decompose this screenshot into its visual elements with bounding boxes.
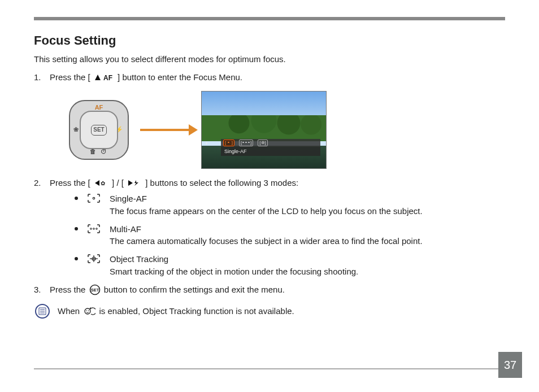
mode-list: Single-AF The focus frame appears on the… (50, 193, 505, 278)
step-3-text-pre: Press the (50, 285, 88, 294)
left-macro-icon: ✿ (94, 180, 108, 186)
single-af-icon (86, 193, 102, 217)
set-button-icon: SET (89, 284, 101, 295)
steps-list: 1. Press the [ AF ] button to enter the … (34, 71, 505, 296)
note-post: is enabled, Object Tracking function is … (99, 306, 294, 316)
figure-row: AF ❀ ⚡ 🗑 ⏱ SET + [ ∘ ] [∘∘∘] (69, 91, 505, 169)
face-timer-icon (83, 306, 95, 316)
step-1-number: 1. (34, 71, 41, 84)
step-3: 3. Press the SET button to confirm the s… (34, 284, 505, 296)
mode-multi-text: Multi-AF The camera automatically focuse… (110, 223, 423, 248)
step-1-text-post: ] button to enter the Focus Menu. (118, 72, 242, 82)
step-3-number: 3. (34, 284, 41, 296)
up-af-icon: AF (94, 73, 114, 81)
mode-multi-title: Multi-AF (110, 223, 423, 236)
bottom-divider (34, 368, 505, 369)
preview-option-tracking: [⊕] (258, 140, 267, 146)
page-number: 37 (498, 352, 522, 378)
bullet-icon (75, 257, 78, 260)
right-flash-icon (127, 180, 142, 186)
preview-trees (202, 115, 326, 141)
control-pad-illustration: AF ❀ ⚡ 🗑 ⏱ SET (69, 100, 129, 160)
svg-marker-0 (95, 75, 101, 80)
mode-single-desc: The focus frame appears on the center of… (110, 206, 423, 216)
note-text: When is enabled, Object Tracking functio… (58, 305, 294, 317)
step-2-text-pre: Press the [ (50, 178, 93, 188)
mode-object-tracking: Object Tracking Smart tracking of the ob… (75, 253, 505, 278)
step-3-text-post: button to confirm the settings and exit … (104, 285, 285, 294)
note: When is enabled, Object Tracking functio… (34, 303, 505, 320)
svg-marker-4 (128, 180, 133, 186)
preview-corner-icon: + (205, 140, 208, 147)
svg-point-5 (93, 197, 94, 199)
svg-point-19 (86, 310, 88, 311)
bullet-icon (75, 197, 78, 200)
mode-single-title: Single-AF (110, 193, 423, 205)
svg-marker-2 (95, 180, 99, 186)
lcd-preview: + [ ∘ ] [∘∘∘] [⊕] Single-AF (201, 91, 327, 169)
mode-tracking-title: Object Tracking (110, 253, 358, 265)
heading-focus-setting: Focus Setting (34, 32, 505, 50)
preview-mode-options: [ ∘ ] [∘∘∘] [⊕] (221, 139, 320, 147)
top-divider (34, 17, 505, 20)
mode-single-af: Single-AF The focus frame appears on the… (75, 193, 505, 217)
mode-tracking-desc: Smart tracking of the object in motion u… (110, 267, 358, 276)
svg-point-6 (90, 228, 92, 229)
control-pad-left-icon: ❀ (73, 125, 79, 134)
step-2-text-mid: ] / [ (112, 178, 126, 188)
mode-multi-desc: The camera automatically focuses the sub… (110, 236, 423, 246)
arrow-icon (140, 129, 190, 131)
svg-text:AF: AF (103, 74, 112, 81)
step-1: 1. Press the [ AF ] button to enter the … (34, 71, 505, 169)
step-1-text-pre: Press the [ (50, 72, 93, 82)
control-pad-set-label: SET (91, 125, 106, 136)
preview-option-single: [ ∘ ] (223, 140, 234, 146)
bullet-icon (75, 227, 78, 230)
svg-point-18 (85, 308, 90, 314)
manual-page: Focus Setting This setting allows you to… (0, 0, 539, 392)
svg-text:✿: ✿ (101, 180, 105, 186)
svg-point-7 (93, 228, 95, 229)
control-pad-set-button: SET (80, 111, 118, 149)
svg-text:SET: SET (90, 288, 99, 293)
object-tracking-icon (86, 253, 102, 278)
step-2-text-post: ] buttons to select the following 3 mode… (145, 178, 298, 188)
mode-tracking-text: Object Tracking Smart tracking of the ob… (110, 253, 358, 278)
svg-point-8 (96, 228, 98, 229)
intro-text: This setting allows you to select differ… (34, 53, 505, 66)
mode-multi-af: Multi-AF The camera automatically focuse… (75, 223, 505, 248)
svg-point-20 (88, 310, 89, 311)
preview-option-multi: [∘∘∘] (239, 140, 253, 146)
note-icon (34, 303, 51, 320)
step-2-number: 2. (34, 177, 41, 189)
preview-mode-label: Single-AF (221, 147, 320, 156)
mode-single-text: Single-AF The focus frame appears on the… (110, 193, 423, 217)
note-pre: When (58, 306, 82, 316)
step-2: 2. Press the [ ✿ ] / [ ] buttons to sele… (34, 177, 505, 277)
multi-af-icon (86, 223, 102, 248)
